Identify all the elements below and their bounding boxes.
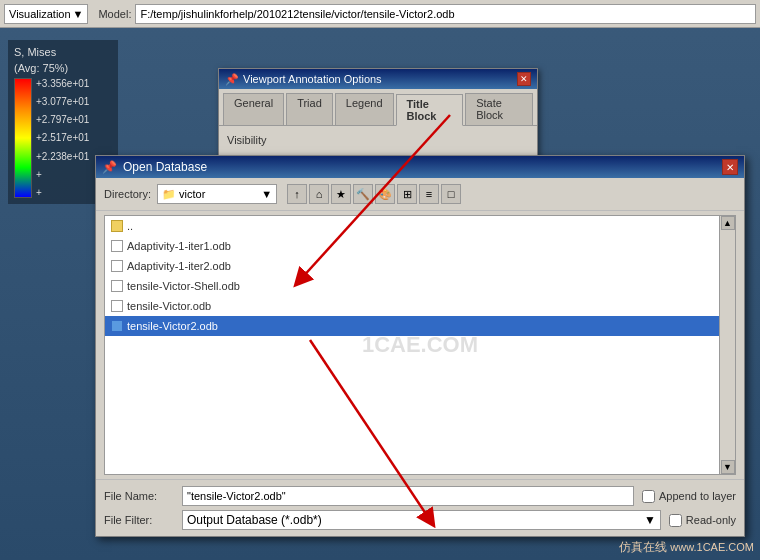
file-list-container: 1CAE.COM .. Adaptivity-1-iter1.odb Adapt… <box>96 215 744 475</box>
folder-icon-inline: 📁 <box>162 188 176 201</box>
model-path-text: F:/temp/jishulinkforhelp/2010212tensile/… <box>140 8 454 20</box>
visibility-label: Visibility <box>227 134 267 146</box>
file-item-4[interactable]: tensile-Victor2.odb <box>105 316 719 336</box>
file-icon-1 <box>111 260 123 272</box>
detail-view-button[interactable]: ≡ <box>419 184 439 204</box>
legend-val-6: + <box>36 169 89 180</box>
legend-val-2: +3.077e+01 <box>36 96 89 107</box>
parent-folder-icon <box>111 220 123 232</box>
color-bar <box>14 78 32 198</box>
visualization-label: Visualization <box>9 8 71 20</box>
filefilter-label: File Filter: <box>104 514 174 526</box>
hammer-button[interactable]: 🔨 <box>353 184 373 204</box>
preview-button[interactable]: □ <box>441 184 461 204</box>
file-name-2: tensile-Victor-Shell.odb <box>127 280 240 292</box>
directory-dropdown[interactable]: 📁 victor ▼ <box>157 184 277 204</box>
filename-row: File Name: Append to layer <box>104 486 736 506</box>
file-name-1: Adaptivity-1-iter2.odb <box>127 260 231 272</box>
model-label: Model: <box>98 8 131 20</box>
file-name-3: tensile-Victor.odb <box>127 300 211 312</box>
file-icon-4 <box>111 320 123 332</box>
directory-bar: Directory: 📁 victor ▼ ↑ ⌂ ★ 🔨 🎨 ⊞ ≡ □ <box>96 178 744 211</box>
tab-triad[interactable]: Triad <box>286 93 333 125</box>
tab-state-block[interactable]: State Block <box>465 93 533 125</box>
legend-val-7: + <box>36 187 89 198</box>
directory-label: Directory: <box>104 188 151 200</box>
readonly-checkbox-area: Read-only <box>669 514 736 527</box>
viewport-tabs: General Triad Legend Title Block State B… <box>219 89 537 126</box>
file-icon-2 <box>111 280 123 292</box>
directory-value: victor <box>179 188 205 200</box>
up-folder-button[interactable]: ↑ <box>287 184 307 204</box>
toolbar-icons: ↑ ⌂ ★ 🔨 🎨 ⊞ ≡ □ <box>287 184 461 204</box>
filefilter-value: Output Database (*.odb*) <box>187 513 322 527</box>
bottom-area: File Name: Append to layer File Filter: … <box>96 479 744 536</box>
append-checkbox-area: Append to layer <box>642 490 736 503</box>
file-item-parent[interactable]: .. <box>105 216 719 236</box>
append-checkbox[interactable] <box>642 490 655 503</box>
open-db-close-button[interactable]: ✕ <box>722 159 738 175</box>
filefilter-arrow: ▼ <box>644 513 656 527</box>
visualization-arrow: ▼ <box>73 8 84 20</box>
directory-arrow: ▼ <box>261 188 272 200</box>
visualization-dropdown[interactable]: Visualization ▼ <box>4 4 88 24</box>
file-item-3[interactable]: tensile-Victor.odb <box>105 296 719 316</box>
open-database-dialog: 📌 Open Database ✕ Directory: 📁 victor ▼ … <box>95 155 745 537</box>
viewport-close-button[interactable]: ✕ <box>517 72 531 86</box>
open-db-pin-icon: 📌 <box>102 160 117 174</box>
file-list: .. Adaptivity-1-iter1.odb Adaptivity-1-i… <box>105 216 719 474</box>
viewport-dialog: 📌 Viewport Annotation Options ✕ General … <box>218 68 538 167</box>
tab-general[interactable]: General <box>223 93 284 125</box>
file-icon-0 <box>111 240 123 252</box>
viewport-dialog-title: Viewport Annotation Options <box>243 73 382 85</box>
legend-values: +3.356e+01 +3.077e+01 +2.797e+01 +2.517e… <box>36 78 89 198</box>
file-item-2[interactable]: tensile-Victor-Shell.odb <box>105 276 719 296</box>
open-db-title: Open Database <box>123 160 207 174</box>
legend-val-3: +2.797e+01 <box>36 114 89 125</box>
file-icon-3 <box>111 300 123 312</box>
legend-val-1: +3.356e+01 <box>36 78 89 89</box>
file-name-4: tensile-Victor2.odb <box>127 320 218 332</box>
file-item-1[interactable]: Adaptivity-1-iter2.odb <box>105 256 719 276</box>
home-button[interactable]: ⌂ <box>309 184 329 204</box>
open-db-titlebar: 📌 Open Database ✕ <box>96 156 744 178</box>
filename-input[interactable] <box>182 486 634 506</box>
legend-title: S, Mises <box>14 46 112 58</box>
grid-view-button[interactable]: ⊞ <box>397 184 417 204</box>
model-path[interactable]: F:/temp/jishulinkforhelp/2010212tensile/… <box>135 4 756 24</box>
bookmark-button[interactable]: ★ <box>331 184 351 204</box>
viewport-titlebar-left: 📌 Viewport Annotation Options <box>225 73 382 86</box>
legend-subtitle: (Avg: 75%) <box>14 62 112 74</box>
file-name-parent: .. <box>127 220 133 232</box>
readonly-checkbox[interactable] <box>669 514 682 527</box>
filefilter-dropdown[interactable]: Output Database (*.odb*) ▼ <box>182 510 661 530</box>
filefilter-row: File Filter: Output Database (*.odb*) ▼ … <box>104 510 736 530</box>
readonly-label: Read-only <box>686 514 736 526</box>
top-toolbar: Visualization ▼ Model: F:/temp/jishulink… <box>0 0 760 28</box>
file-list-wrapper: .. Adaptivity-1-iter1.odb Adaptivity-1-i… <box>104 215 736 475</box>
open-db-titlebar-left: 📌 Open Database <box>102 160 207 174</box>
scroll-down-button[interactable]: ▼ <box>721 460 735 474</box>
tab-title-block[interactable]: Title Block <box>396 94 464 126</box>
viewport-dialog-titlebar: 📌 Viewport Annotation Options ✕ <box>219 69 537 89</box>
file-name-0: Adaptivity-1-iter1.odb <box>127 240 231 252</box>
scroll-up-button[interactable]: ▲ <box>721 216 735 230</box>
append-label: Append to layer <box>659 490 736 502</box>
file-item-0[interactable]: Adaptivity-1-iter1.odb <box>105 236 719 256</box>
tab-legend[interactable]: Legend <box>335 93 394 125</box>
legend-val-4: +2.517e+01 <box>36 132 89 143</box>
color-button[interactable]: 🎨 <box>375 184 395 204</box>
filename-label: File Name: <box>104 490 174 502</box>
legend-val-5: +2.238e+01 <box>36 151 89 162</box>
pin-icon: 📌 <box>225 73 239 86</box>
scrollbar[interactable]: ▲ ▼ <box>719 216 735 474</box>
